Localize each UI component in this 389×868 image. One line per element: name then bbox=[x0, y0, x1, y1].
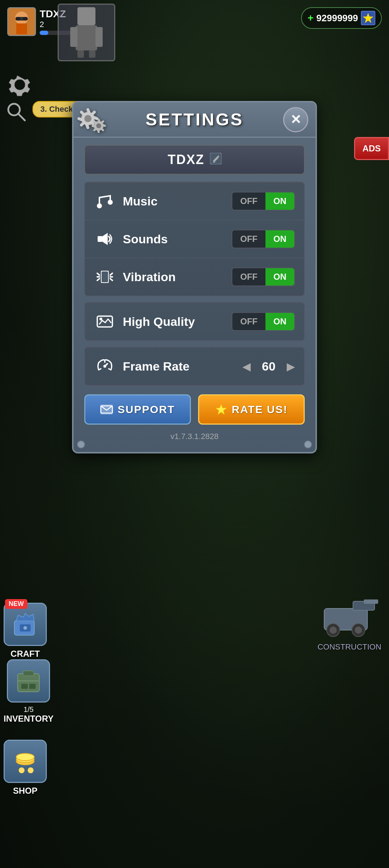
svg-point-51 bbox=[28, 767, 33, 773]
support-button[interactable]: SUPPORT bbox=[84, 394, 191, 425]
inventory-count: 1/5 bbox=[23, 705, 33, 714]
modal-title: SETTINGS bbox=[146, 110, 243, 129]
high-quality-icon bbox=[94, 311, 116, 332]
svg-point-23 bbox=[108, 200, 113, 205]
svg-point-17 bbox=[84, 115, 91, 122]
svg-point-50 bbox=[19, 767, 24, 773]
inventory-label: INVENTORY bbox=[4, 714, 54, 724]
music-toggle[interactable]: OFF ON bbox=[232, 192, 295, 211]
svg-line-27 bbox=[97, 273, 99, 275]
svg-rect-61 bbox=[364, 599, 378, 604]
shop-icon-box bbox=[4, 740, 47, 783]
support-label: SUPPORT bbox=[117, 403, 175, 416]
hq-toggle-on[interactable]: ON bbox=[265, 313, 294, 330]
svg-point-35 bbox=[99, 318, 102, 320]
modal-header: SETTINGS ✕ bbox=[73, 102, 316, 138]
sounds-setting-row: Sounds OFF ON bbox=[85, 220, 304, 258]
username-row: TDXZ bbox=[84, 145, 305, 174]
inventory-icon-box bbox=[7, 659, 50, 703]
svg-rect-24 bbox=[98, 236, 103, 242]
vibration-toggle-off[interactable]: OFF bbox=[232, 268, 265, 285]
frame-rate-label: Frame Rate bbox=[123, 359, 242, 373]
vibration-icon bbox=[94, 266, 116, 288]
frame-rate-row: Frame Rate ◀ 60 ▶ bbox=[84, 347, 305, 386]
version-text: v1.7.3.1.2828 bbox=[84, 432, 305, 441]
svg-point-36 bbox=[103, 365, 106, 368]
svg-point-60 bbox=[355, 626, 362, 634]
high-quality-toggle[interactable]: OFF ON bbox=[232, 312, 295, 331]
svg-rect-44 bbox=[23, 671, 34, 676]
close-button[interactable]: ✕ bbox=[283, 107, 308, 132]
craft-icon-box bbox=[4, 603, 47, 646]
sounds-toggle[interactable]: OFF ON bbox=[232, 230, 295, 248]
music-toggle-on[interactable]: ON bbox=[265, 192, 294, 210]
hq-toggle-off[interactable]: OFF bbox=[232, 313, 265, 330]
frame-rate-decrease[interactable]: ◀ bbox=[242, 360, 251, 373]
sounds-icon bbox=[94, 228, 116, 250]
frame-rate-increase[interactable]: ▶ bbox=[287, 360, 295, 373]
svg-line-29 bbox=[97, 279, 99, 280]
vibration-label: Vibration bbox=[123, 270, 232, 284]
music-setting-row: Music OFF ON bbox=[85, 182, 304, 220]
frame-rate-value: 60 bbox=[258, 359, 280, 373]
svg-rect-46 bbox=[21, 684, 28, 689]
close-icon: ✕ bbox=[290, 112, 301, 127]
construction-label: CONSTRUCTION bbox=[317, 642, 382, 652]
action-buttons-row: SUPPORT RATE US! bbox=[84, 394, 305, 425]
svg-rect-47 bbox=[29, 684, 36, 689]
high-quality-row: High Quality OFF ON bbox=[84, 302, 305, 341]
svg-point-22 bbox=[97, 203, 102, 208]
edit-icon[interactable] bbox=[210, 153, 222, 167]
construction-area: CONSTRUCTION bbox=[317, 587, 382, 652]
svg-marker-39 bbox=[216, 404, 227, 415]
modal-backdrop: SETTINGS ✕ TDXZ bbox=[0, 0, 389, 868]
sounds-toggle-off[interactable]: OFF bbox=[232, 230, 265, 248]
vibration-setting-row: Vibration OFF ON bbox=[85, 258, 304, 296]
frame-rate-icon bbox=[94, 355, 116, 377]
sounds-label: Sounds bbox=[123, 232, 232, 246]
settings-modal: SETTINGS ✕ TDXZ bbox=[72, 101, 317, 453]
shop-label: SHOP bbox=[13, 786, 37, 796]
music-icon bbox=[94, 190, 116, 212]
audio-settings-section: Music OFF ON bbox=[84, 182, 305, 296]
rate-us-button[interactable]: RATE US! bbox=[198, 394, 305, 425]
rate-label: RATE US! bbox=[232, 403, 287, 416]
bolt-bl bbox=[77, 440, 85, 448]
vibration-toggle-on[interactable]: ON bbox=[265, 268, 294, 285]
svg-point-42 bbox=[23, 626, 27, 630]
svg-line-32 bbox=[110, 279, 112, 280]
svg-line-30 bbox=[110, 273, 112, 275]
svg-point-54 bbox=[16, 753, 34, 761]
modal-body: TDXZ bbox=[73, 138, 316, 452]
sounds-toggle-on[interactable]: ON bbox=[265, 230, 294, 248]
settings-gear-icon bbox=[63, 95, 113, 138]
frame-rate-controls: ◀ 60 ▶ bbox=[242, 359, 295, 373]
nav-item-shop[interactable]: SHOP bbox=[0, 732, 50, 803]
svg-rect-43 bbox=[18, 674, 39, 692]
nav-item-inventory[interactable]: 1/5 INVENTORY bbox=[0, 652, 57, 731]
bolt-br bbox=[304, 440, 312, 448]
music-label: Music bbox=[123, 194, 232, 208]
music-toggle-off[interactable]: OFF bbox=[232, 192, 265, 210]
vibration-toggle[interactable]: OFF ON bbox=[232, 267, 295, 286]
high-quality-label: High Quality bbox=[123, 315, 232, 329]
svg-rect-26 bbox=[102, 271, 108, 282]
username-text: TDXZ bbox=[168, 152, 205, 167]
svg-point-59 bbox=[330, 626, 337, 634]
craft-new-badge: NEW bbox=[5, 599, 27, 609]
